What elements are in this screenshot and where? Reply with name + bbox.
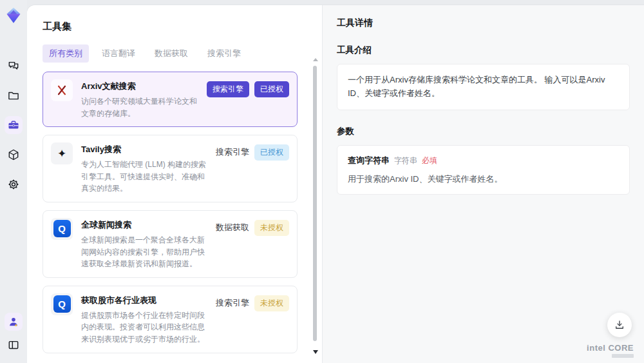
param-card: 查询字符串 字符串 必填 用于搜索的Arxiv ID、关键字或作者姓名。 [337,145,630,195]
tab-all-categories[interactable]: 所有类别 [43,44,89,63]
category-badge: 搜索引擎 [207,81,249,97]
tool-description: 全球新闻搜索是一个聚合全球各大新闻网站内容的搜索引擎，帮助用户快速获取全球最新资… [81,234,207,270]
tool-list: Arxiv文献搜索 访问各个研究领域大量科学论文和文章的存储库。 搜索引擎 已授… [43,72,309,360]
tool-list-pane: 工具集 所有类别 语言翻译 数据获取 搜索引擎 Arxiv文献搜索 访问各个研究… [27,5,322,363]
gear-icon[interactable] [5,175,23,193]
intro-text: 一个用于从Arxiv存储库搜索科学论文和文章的工具。 输入可以是Arxiv ID… [348,74,619,101]
category-tabs: 所有类别 语言翻译 数据获取 搜索引擎 [43,44,309,63]
tool-list-item[interactable]: ✦ Tavily搜索 专为人工智能代理 (LLM) 构建的搜索引擎工具。可快速提… [43,135,298,202]
intro-heading: 工具介绍 [337,44,630,56]
q-news-logo-icon: Q [51,218,73,240]
intel-core-logo: intel CORE [587,343,634,358]
sparkle-icon: ✦ [51,142,73,164]
rail-nav [5,57,23,193]
main-shell: 工具集 所有类别 语言翻译 数据获取 搜索引擎 Arxiv文献搜索 访问各个研究… [27,5,644,363]
tool-detail-pane: 工具详情 工具介绍 一个用于从Arxiv存储库搜索科学论文和文章的工具。 输入可… [322,5,644,363]
rail-bottom [5,313,23,354]
category-badge: 数据获取 [216,220,249,235]
cube-icon[interactable] [5,146,23,164]
tool-list-item[interactable]: Arxiv文献搜索 访问各个研究领域大量科学论文和文章的存储库。 搜索引擎 已授… [43,72,298,127]
tool-list-item[interactable]: Q 获取股市各行业表现 提供股票市场各个行业在特定时间段内的表现。投资者可以利用… [43,286,298,353]
tab-language-translation[interactable]: 语言翻译 [95,44,142,63]
chat-icon[interactable] [5,57,23,75]
scroll-up-arrow-icon[interactable] [313,58,318,61]
auth-status-badge: 已授权 [254,81,289,97]
auth-status-badge: 已授权 [254,144,289,161]
param-type: 字符串 [394,155,417,166]
scroll-down-arrow-icon[interactable] [313,350,318,354]
auth-status-badge: 未授权 [254,220,289,236]
param-name: 查询字符串 [348,155,390,166]
scrollbar-thumb[interactable] [313,66,317,341]
tool-list-item[interactable]: Q 全球新闻搜索 全球新闻搜索是一个聚合全球各大新闻网站内容的搜索引擎，帮助用户… [43,210,298,278]
intel-core-logo-text: intel CORE [587,343,634,353]
params-heading: 参数 [337,126,630,137]
tool-description: 提供股票市场各个行业在特定时间段内的表现。投资者可以利用这些信息来识别表现优于或… [81,309,207,346]
page-title: 工具集 [43,21,309,33]
auth-status-badge: 未授权 [254,295,289,311]
category-badge: 搜索引擎 [216,295,249,311]
intro-card: 一个用于从Arxiv存储库搜索科学论文和文章的工具。 输入可以是Arxiv ID… [337,64,630,110]
tool-name: Arxiv文献搜索 [81,81,198,92]
arxiv-logo-icon [51,79,73,101]
param-head: 查询字符串 字符串 必填 [348,155,619,166]
param-required-badge: 必填 [422,155,437,166]
download-icon [614,319,625,331]
detail-title: 工具详情 [337,17,630,29]
download-button[interactable] [607,313,632,337]
app-logo-icon [3,5,24,26]
tool-description: 专为人工智能代理 (LLM) 构建的搜索引擎工具。可快速提供实时、准确和真实的结… [81,159,207,195]
panel-toggle-icon[interactable] [5,336,23,354]
folder-icon[interactable] [5,86,23,104]
left-rail [0,0,27,363]
tab-search-engine[interactable]: 搜索引擎 [201,44,247,63]
intel-logo-sub-bar [612,354,634,358]
tool-name: Tavily搜索 [81,144,207,155]
tool-description: 访问各个研究领域大量科学论文和文章的存储库。 [81,95,198,119]
tool-name: 获取股市各行业表现 [81,295,207,306]
q-stocks-logo-icon: Q [51,293,73,315]
scrollbar[interactable] [312,58,317,354]
category-badge: 搜索引擎 [216,144,249,160]
tab-data-fetch[interactable]: 数据获取 [148,44,194,63]
toolbox-icon[interactable] [5,116,23,134]
tool-name: 全球新闻搜索 [81,219,207,231]
param-desc: 用于搜索的Arxiv ID、关键字或作者姓名。 [348,173,619,185]
user-profile-icon[interactable] [5,313,23,331]
